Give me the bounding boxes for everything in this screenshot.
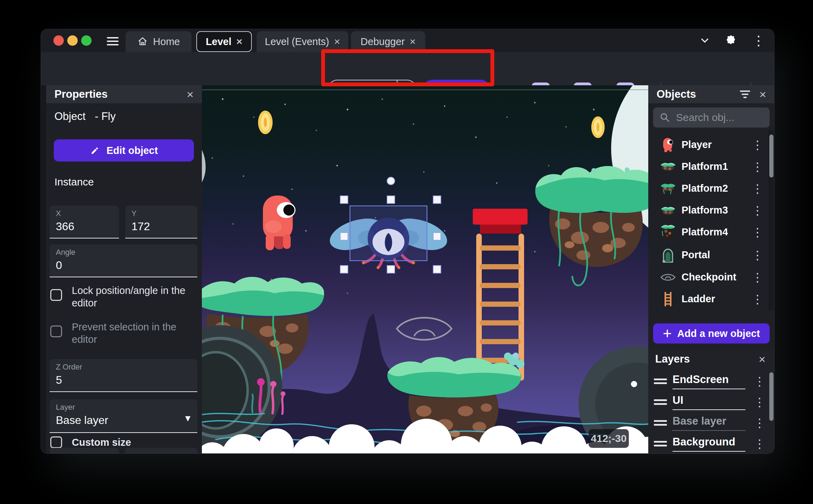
custom-size-label: Custom size xyxy=(72,436,131,449)
layer-row-endscreen[interactable]: EndScreen ⋮ xyxy=(648,371,774,392)
drag-handle-icon[interactable] xyxy=(654,418,667,428)
layer-dropdown[interactable]: Layer Base layer ▾ xyxy=(50,399,197,433)
filter-icon[interactable] xyxy=(740,90,750,98)
lock-position-label: Lock position/angle in the editor xyxy=(72,284,186,310)
prevent-selection-checkbox[interactable] xyxy=(50,325,62,337)
platform2-icon xyxy=(660,181,676,197)
object-menu-icon[interactable]: ⋮ xyxy=(752,205,764,216)
y-value: 172 xyxy=(131,220,191,233)
z-order-field[interactable]: Z Order 5 xyxy=(50,359,197,392)
layer-row-background[interactable]: Background ⋮ xyxy=(648,433,774,453)
platform4-icon xyxy=(660,224,676,240)
object-menu-icon[interactable]: ⋮ xyxy=(752,161,764,173)
tab-debugger[interactable]: Debugger × xyxy=(351,31,425,52)
object-row-ladder[interactable]: Ladder ⋮ xyxy=(648,288,774,310)
search-input[interactable] xyxy=(675,111,760,124)
drag-handle-icon[interactable] xyxy=(654,439,667,449)
x-field[interactable]: X 366 xyxy=(50,206,119,238)
close-tab-icon[interactable]: × xyxy=(236,36,242,47)
player-object[interactable] xyxy=(263,195,296,250)
object-name: - Fly xyxy=(95,110,115,122)
object-row-platform2[interactable]: Platform2 ⋮ xyxy=(648,177,774,199)
platform3-icon xyxy=(660,202,676,218)
tab-label: Level xyxy=(206,36,231,47)
close-tab-icon[interactable]: × xyxy=(334,36,340,47)
clipped-field xyxy=(50,448,119,453)
properties-title: Properties xyxy=(54,88,187,101)
portal-icon xyxy=(660,247,676,263)
rotate-handle[interactable] xyxy=(387,177,395,185)
lock-position-row: Lock position/angle in the editor xyxy=(50,284,197,310)
add-new-object-button[interactable]: + Add a new object xyxy=(653,323,770,344)
objects-scrollbar-thumb[interactable] xyxy=(769,134,773,177)
y-label: Y xyxy=(131,209,191,218)
kebab-menu-icon[interactable]: ⋮ xyxy=(752,34,766,47)
tab-level-events[interactable]: Level (Events) × xyxy=(257,31,348,52)
properties-header: Properties × xyxy=(46,85,202,103)
layer-menu-icon[interactable]: ⋮ xyxy=(754,396,766,408)
canvas-bounds-line xyxy=(202,89,648,90)
layers-panel: Layers × EndScreen ⋮ UI ⋮ Base layer ⋮ B… xyxy=(648,349,774,453)
coin-object[interactable] xyxy=(591,116,605,138)
hamburger-menu-icon[interactable] xyxy=(107,35,119,47)
close-tab-icon[interactable]: × xyxy=(410,36,416,47)
layers-header: Layers × xyxy=(648,349,774,369)
layer-menu-icon[interactable]: ⋮ xyxy=(754,417,766,429)
layers-scrollbar-thumb[interactable] xyxy=(769,372,773,421)
prevent-selection-label: Prevent selection in the editor xyxy=(72,321,186,346)
drag-handle-icon[interactable] xyxy=(654,397,667,407)
object-menu-icon[interactable]: ⋮ xyxy=(752,271,764,283)
z-order-value: 5 xyxy=(56,374,191,386)
x-label: X xyxy=(56,209,113,218)
custom-size-checkbox[interactable] xyxy=(50,436,62,448)
zoom-window-button[interactable] xyxy=(81,35,92,46)
object-row-platform4[interactable]: Platform4 ⋮ xyxy=(648,221,774,243)
cursor-coordinates-badge: 412;-30 xyxy=(589,429,629,448)
edit-object-button[interactable]: Edit object xyxy=(54,139,194,162)
object-row-portal[interactable]: Portal ⋮ xyxy=(648,244,774,266)
layer-menu-icon[interactable]: ⋮ xyxy=(754,438,766,450)
objects-panel: Objects × Player ⋮ Platform1 xyxy=(648,85,774,349)
scene-artwork xyxy=(202,85,648,453)
home-icon xyxy=(137,36,148,47)
objects-title: Objects xyxy=(657,88,740,101)
y-field[interactable]: Y 172 xyxy=(125,206,197,238)
tab-label: Home xyxy=(153,36,180,47)
custom-size-row: Custom size xyxy=(50,436,197,449)
object-menu-icon[interactable]: ⋮ xyxy=(752,139,764,151)
layer-menu-icon[interactable]: ⋮ xyxy=(754,375,766,387)
chevron-down-icon[interactable] xyxy=(697,34,712,47)
object-menu-icon[interactable]: ⋮ xyxy=(752,249,764,261)
instance-heading: Instance xyxy=(54,176,94,188)
angle-field[interactable]: Angle 0 xyxy=(50,244,197,277)
object-row-checkpoint[interactable]: Checkpoint ⋮ xyxy=(648,266,774,288)
tab-label: Debugger xyxy=(361,36,405,47)
object-menu-icon[interactable]: ⋮ xyxy=(752,293,764,305)
minimize-window-button[interactable] xyxy=(67,35,78,46)
close-window-button[interactable] xyxy=(53,35,64,46)
object-menu-icon[interactable]: ⋮ xyxy=(752,226,764,238)
layer-value: Base layer xyxy=(56,414,191,427)
object-menu-icon[interactable]: ⋮ xyxy=(752,183,764,194)
close-icon[interactable]: × xyxy=(187,88,194,100)
app-window: Home Level × Level (Events) × Debugger ×… xyxy=(41,29,774,453)
close-icon[interactable]: × xyxy=(759,88,766,100)
object-search-box[interactable] xyxy=(653,107,770,128)
object-row-player[interactable]: Player ⋮ xyxy=(648,134,774,156)
layer-label: Layer xyxy=(56,403,191,412)
tab-home[interactable]: Home xyxy=(126,31,191,52)
object-row-platform3[interactable]: Platform3 ⋮ xyxy=(648,199,774,221)
scene-canvas[interactable]: 412;-30 xyxy=(202,85,648,453)
close-icon[interactable]: × xyxy=(759,353,765,366)
layers-title: Layers xyxy=(655,353,759,365)
angle-value: 0 xyxy=(56,259,191,272)
coin-object[interactable] xyxy=(258,111,273,134)
drag-handle-icon[interactable] xyxy=(654,376,667,386)
layer-row-ui[interactable]: UI ⋮ xyxy=(648,392,774,412)
extensions-puzzle-icon[interactable] xyxy=(721,33,738,49)
object-row-platform1[interactable]: Platform1 ⋮ xyxy=(648,156,774,177)
title-bar: Home Level × Level (Events) × Debugger ×… xyxy=(41,29,774,52)
tab-level[interactable]: Level × xyxy=(196,31,252,52)
layer-row-base-layer[interactable]: Base layer ⋮ xyxy=(648,412,774,433)
lock-position-checkbox[interactable] xyxy=(50,289,62,301)
